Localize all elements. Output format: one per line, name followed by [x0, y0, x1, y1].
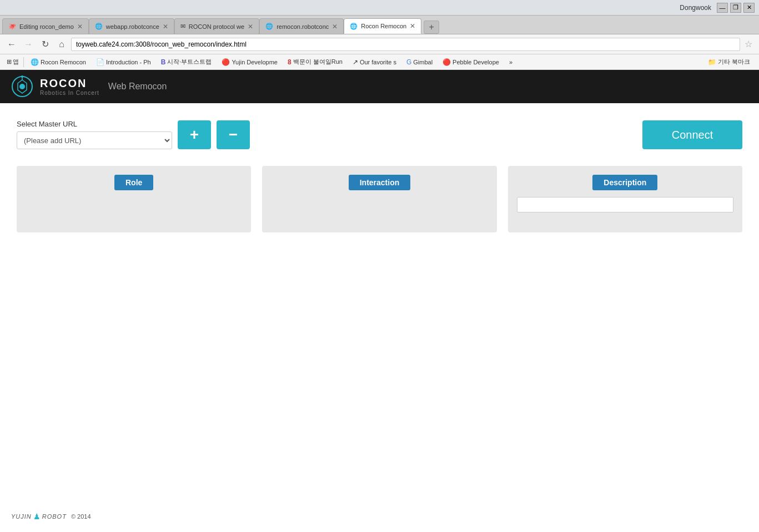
bookmark-rocon-remocon[interactable]: 🌐 Rocon Remocon — [26, 56, 91, 68]
bookmark-star-icon[interactable]: ☆ — [742, 39, 755, 49]
bookmark-icon-folder: 📁 — [708, 58, 716, 66]
back-button[interactable]: ← — [4, 37, 19, 52]
bookmark-icon-7: G — [406, 58, 411, 66]
bookmark-separator — [23, 57, 24, 67]
home-button[interactable]: ⌂ — [54, 37, 69, 52]
bookmark-label-8: Pebble Develope — [453, 59, 499, 65]
bookmark-pebble[interactable]: 🔴 Pebble Develope — [438, 56, 504, 68]
bookmark-more[interactable]: » — [505, 56, 517, 68]
restore-button[interactable]: ❐ — [730, 3, 741, 13]
tab-label-0: Editing rocon_demo — [19, 23, 74, 30]
page-content: ROCON Robotics In Concert Web Remocon Se… — [0, 70, 759, 532]
app-header: ROCON Robotics In Concert Web Remocon — [0, 70, 759, 103]
bookmark-icon-1: 🌐 — [31, 58, 39, 66]
new-tab-button[interactable]: + — [424, 21, 439, 34]
logo-title: ROCON — [40, 77, 99, 90]
bookmark-label-1: Rocon Remocon — [41, 59, 86, 65]
bookmark-label-2: Introduction - Ph — [106, 59, 151, 65]
tab-webapp[interactable]: 🌐 webapp.robotconce ✕ — [89, 18, 174, 34]
logo-area: ROCON Robotics In Concert — [11, 75, 99, 98]
tab-close-4[interactable]: ✕ — [410, 22, 415, 30]
tab-close-1[interactable]: ✕ — [163, 23, 168, 31]
add-url-button[interactable]: + — [178, 120, 211, 149]
apps-icon: ⊞ — [7, 58, 12, 65]
logo-subtitle: Robotics In Concert — [40, 90, 99, 96]
url-label: Select Master URL — [17, 120, 172, 128]
reload-button[interactable]: ↻ — [38, 37, 52, 52]
interaction-button[interactable]: Interaction — [349, 175, 411, 190]
apps-bookmark[interactable]: ⊞ 앱 — [4, 56, 21, 68]
bookmark-bakmun[interactable]: 8 백문이 불여일Run — [283, 56, 347, 68]
bookmark-icon-4: 🔴 — [222, 58, 230, 66]
bookmark-label-3: 시작·부트스트랩 — [167, 58, 212, 66]
tab-close-3[interactable]: ✕ — [332, 23, 338, 31]
remove-url-button[interactable]: − — [217, 120, 250, 149]
rocon-logo-icon — [11, 75, 33, 98]
bookmark-label-6: Our favorite s — [360, 59, 396, 65]
tab-label-1: webapp.robotconce — [106, 23, 159, 30]
tab-icon-2: ✉ — [180, 23, 185, 30]
bookmark-icon-3: B — [161, 58, 166, 66]
bookmark-icon-6: ↗ — [353, 58, 358, 66]
apps-label: 앱 — [13, 58, 19, 66]
url-select[interactable]: (Please add URL) — [17, 131, 172, 149]
svg-point-2 — [19, 84, 25, 89]
bookmark-bootstrap[interactable]: B 시작·부트스트랩 — [157, 56, 217, 68]
bookmark-yujin[interactable]: 🔴 Yujin Developme — [217, 56, 282, 68]
tab-icon-3: 🌐 — [265, 23, 273, 30]
bookmark-label-4: Yujin Developme — [232, 59, 278, 65]
bookmark-folder[interactable]: 📁 기타 북마크 — [703, 56, 755, 68]
connect-button[interactable]: Connect — [642, 120, 742, 149]
tab-rocon-protocol[interactable]: ✉ ROCON protocol we ✕ — [174, 18, 259, 34]
tab-label-4: Rocon Remocon — [361, 23, 406, 29]
tab-label-3: remocon.robotconc — [277, 23, 329, 30]
svg-point-4 — [21, 75, 23, 78]
copyright-text: © 2014 — [71, 513, 91, 520]
toolbar: ← → ↻ ⌂ ☆ — [0, 34, 759, 54]
yujin-text: YUJIN — [11, 513, 32, 520]
tab-close-2[interactable]: ✕ — [248, 23, 253, 31]
tab-icon-1: 🌐 — [95, 23, 103, 30]
main-content: Select Master URL (Please add URL) + − C… — [0, 103, 759, 501]
address-bar[interactable] — [71, 38, 740, 51]
url-section: Select Master URL (Please add URL) + − C… — [11, 120, 748, 149]
role-panel: Role — [17, 166, 251, 232]
bookmark-label-5: 백문이 불여일Run — [293, 58, 343, 66]
minimize-button[interactable]: — — [717, 3, 728, 13]
bookmark-icon-2: 📄 — [96, 58, 104, 66]
bookmark-icon-5: 8 — [288, 58, 291, 66]
interaction-panel: Interaction — [262, 166, 496, 232]
footer-logo: YUJIN ♟ ROBOT — [11, 512, 67, 521]
title-bar: Dongwook — ❐ ✕ — [0, 0, 759, 16]
tab-editing-rocon[interactable]: 🐙 Editing rocon_demo ✕ — [2, 18, 89, 34]
bookmark-label-folder: 기타 북마크 — [718, 58, 750, 66]
role-button[interactable]: Role — [114, 175, 153, 190]
title-bar-controls: — ❐ ✕ — [717, 3, 755, 13]
bookmark-introduction[interactable]: 📄 Introduction - Ph — [92, 56, 155, 68]
tab-rocon-remocon[interactable]: 🌐 Rocon Remocon ✕ — [344, 18, 421, 34]
bookmark-label-7: Gimbal — [413, 59, 433, 65]
tab-bar: 🐙 Editing rocon_demo ✕ 🌐 webapp.robotcon… — [0, 16, 759, 34]
tab-remocon[interactable]: 🌐 remocon.robotconc ✕ — [259, 18, 344, 34]
robot-text: ROBOT — [42, 513, 67, 520]
bookmark-icon-8: 🔴 — [443, 58, 451, 66]
tab-label-2: ROCON protocol we — [189, 23, 244, 30]
close-button[interactable]: ✕ — [743, 3, 755, 13]
robot-icon: ♟ — [33, 512, 41, 521]
bookmarks-bar: ⊞ 앱 🌐 Rocon Remocon 📄 Introduction - Ph … — [0, 54, 759, 70]
tab-icon-0: 🐙 — [8, 23, 16, 30]
description-input[interactable] — [517, 197, 733, 212]
bookmark-more-label: » — [509, 59, 512, 65]
footer: YUJIN ♟ ROBOT © 2014 — [0, 501, 759, 532]
bookmark-gimbal[interactable]: G Gimbal — [402, 56, 437, 68]
description-panel: Description — [508, 166, 742, 232]
forward-button[interactable]: → — [21, 37, 36, 52]
title-bar-user: Dongwook — [680, 4, 711, 12]
panels-row: Role Interaction Description — [11, 166, 748, 232]
bookmark-ourfavorite[interactable]: ↗ Our favorite s — [348, 56, 401, 68]
tab-icon-4: 🌐 — [350, 23, 358, 30]
tab-close-0[interactable]: ✕ — [77, 23, 83, 31]
description-button[interactable]: Description — [592, 175, 657, 190]
logo-text: ROCON Robotics In Concert — [40, 77, 99, 96]
header-app-name: Web Remocon — [108, 82, 167, 92]
